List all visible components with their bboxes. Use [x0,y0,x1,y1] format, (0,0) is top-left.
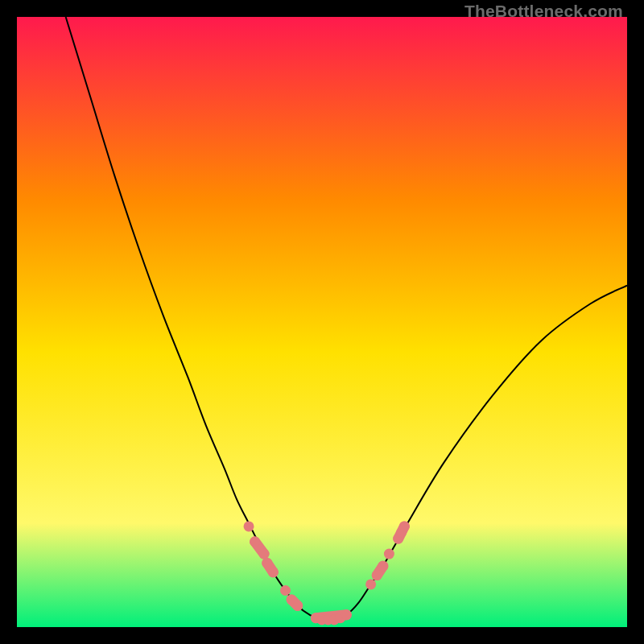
data-marker [365,579,376,589]
data-marker [280,585,291,596]
data-marker [244,521,254,531]
data-marker [384,549,394,559]
data-marker [250,536,260,547]
data-marker [399,521,410,531]
data-marker [372,570,382,580]
data-marker [292,601,303,611]
chart-frame [17,17,627,627]
data-marker [262,558,272,568]
data-marker [341,609,352,620]
gradient-background [17,17,627,627]
data-marker [268,567,279,577]
data-marker [378,561,388,572]
bottleneck-chart [17,17,627,627]
data-marker [258,549,269,559]
